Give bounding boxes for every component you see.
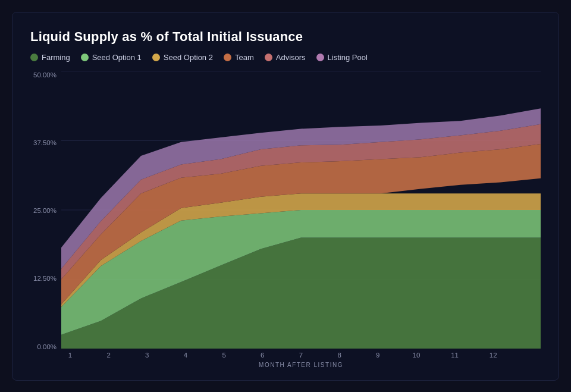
x-axis-label: 1 bbox=[61, 352, 79, 359]
legend-dot bbox=[265, 54, 272, 61]
x-axis-label: 9 bbox=[369, 352, 387, 359]
x-axis-label: 8 bbox=[331, 352, 349, 359]
x-axis-label: 6 bbox=[253, 352, 271, 359]
y-axis-label: 25.00% bbox=[30, 207, 61, 214]
legend-label: Listing Pool bbox=[328, 53, 368, 62]
legend-dot bbox=[152, 54, 160, 61]
x-axis-label: 3 bbox=[138, 352, 156, 359]
y-axis-label: 50.00% bbox=[30, 71, 61, 79]
legend-dot bbox=[224, 54, 231, 61]
legend: Farming Seed Option 1 Seed Option 2 Team… bbox=[30, 53, 541, 62]
chart-inner: 123456789101112 MONTH AFTER LISTING bbox=[61, 71, 541, 368]
legend-dot bbox=[316, 54, 324, 61]
legend-item: Seed Option 1 bbox=[81, 53, 142, 62]
x-axis: 123456789101112 bbox=[61, 349, 541, 360]
legend-label: Advisors bbox=[276, 53, 306, 62]
chart-area: 50.00%37.50%25.00%12.50%0.00% bbox=[30, 71, 541, 368]
x-axis-label: 5 bbox=[215, 352, 233, 359]
x-axis-label bbox=[523, 352, 541, 359]
y-axis: 50.00%37.50%25.00%12.50%0.00% bbox=[30, 71, 61, 368]
legend-label: Farming bbox=[42, 53, 70, 62]
chart-container: Liquid Supply as % of Total Initial Issu… bbox=[12, 12, 559, 381]
legend-item: Seed Option 2 bbox=[152, 53, 213, 62]
y-axis-label: 12.50% bbox=[30, 275, 61, 282]
legend-dot bbox=[30, 54, 38, 61]
legend-item: Farming bbox=[30, 53, 70, 62]
x-axis-title: MONTH AFTER LISTING bbox=[61, 362, 541, 368]
legend-label: Team bbox=[235, 53, 254, 62]
x-axis-label: 2 bbox=[100, 352, 118, 359]
legend-item: Advisors bbox=[265, 53, 306, 62]
legend-dot bbox=[81, 54, 89, 61]
legend-label: Seed Option 2 bbox=[164, 53, 213, 62]
legend-label: Seed Option 1 bbox=[92, 53, 142, 62]
chart-title: Liquid Supply as % of Total Initial Issu… bbox=[30, 29, 541, 45]
x-axis-label: 4 bbox=[177, 352, 194, 359]
x-axis-label: 11 bbox=[446, 352, 464, 359]
legend-item: Listing Pool bbox=[316, 53, 368, 62]
y-axis-label: 37.50% bbox=[30, 139, 61, 146]
x-axis-label: 12 bbox=[484, 352, 502, 359]
y-axis-label: 0.00% bbox=[30, 343, 61, 350]
x-axis-label: 10 bbox=[407, 352, 425, 359]
x-axis-label: 7 bbox=[292, 352, 310, 359]
svg-area bbox=[61, 71, 541, 349]
legend-item: Team bbox=[224, 53, 254, 62]
